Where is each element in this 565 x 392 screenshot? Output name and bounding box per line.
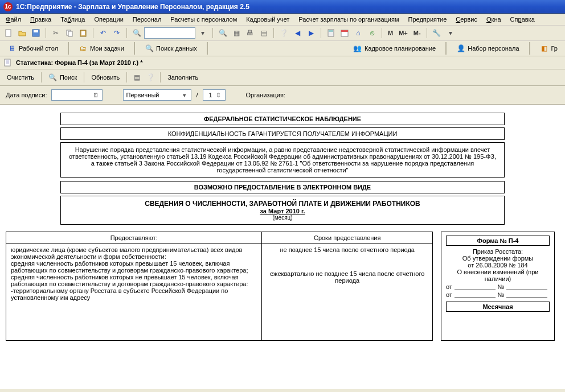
- action-extra-icon[interactable]: ▤: [130, 71, 143, 84]
- provide-table: Предоставляют: Сроки предоставления юрид…: [6, 232, 433, 341]
- menu-payroll[interactable]: Расчет зарплаты по организациям: [295, 15, 402, 24]
- back-icon[interactable]: ◀: [291, 27, 304, 39]
- menu-calc[interactable]: Расчеты с персоналом: [167, 15, 240, 24]
- form-number: Форма № П-4: [446, 236, 550, 246]
- svg-rect-0: [6, 30, 11, 36]
- menu-operations[interactable]: Операции: [91, 15, 126, 24]
- report-lower: Предоставляют: Сроки предоставления юрид…: [6, 232, 559, 341]
- report-heading-sub: (месяц): [67, 214, 498, 221]
- org-icon[interactable]: ⌂: [352, 27, 365, 39]
- correction-type-select[interactable]: Первичный ▾: [123, 89, 191, 101]
- zoom-in-icon[interactable]: 🔍: [216, 27, 229, 39]
- undo-icon[interactable]: ↶: [97, 27, 109, 39]
- doc-icon: [3, 58, 13, 67]
- menu-service[interactable]: Сервис: [452, 15, 481, 24]
- sign-date-field[interactable]: 🗓: [51, 89, 103, 101]
- col-terms-body: не позднее 15 числа после отчетного пери…: [262, 244, 433, 341]
- grid-toggle-icon[interactable]: ▦: [230, 27, 243, 39]
- menu-table[interactable]: Таблица: [57, 15, 88, 24]
- dropdown-icon[interactable]: ▾: [196, 27, 209, 39]
- tab-tasks-label: Мои задачи: [90, 45, 124, 52]
- redo-icon[interactable]: ↷: [110, 27, 123, 39]
- report-legal-note: Нарушение порядка представления статисти…: [60, 142, 505, 178]
- menu-help[interactable]: Справка: [507, 15, 538, 24]
- window-title: 1С:Предприятие - Зарплата и Управление П…: [16, 0, 249, 14]
- correction-type-value: Первичный: [126, 92, 178, 98]
- new-icon[interactable]: [2, 27, 15, 39]
- terms-para-2: ежеквартально не позднее 15 числа после …: [267, 270, 428, 284]
- refresh-button[interactable]: Обновить: [88, 73, 123, 82]
- tab-my-tasks[interactable]: 🗂 Мои задачи: [73, 42, 129, 55]
- copy-icon[interactable]: [63, 27, 76, 39]
- svg-rect-6: [81, 31, 85, 35]
- col-provide-hdr: Предоставляют:: [6, 232, 262, 244]
- quick-search-input[interactable]: [144, 27, 195, 39]
- hierarchy-icon[interactable]: ⎋: [366, 27, 378, 39]
- save-icon[interactable]: [30, 27, 42, 39]
- report-header-1: ФЕДЕРАЛЬНОЕ СТАТИСТИЧЕСКОЕ НАБЛЮДЕНИЕ: [60, 113, 505, 125]
- forward-icon[interactable]: ▶: [305, 27, 317, 39]
- report-content: ФЕДЕРАЛЬНОЕ СТАТИСТИЧЕСКОЕ НАБЛЮДЕНИЕ КО…: [0, 105, 565, 389]
- calendar-picker-icon[interactable]: 🗓: [92, 92, 100, 98]
- form-ot-row-1: от №: [446, 283, 550, 290]
- window-titlebar: 1c 1С:Предприятие - Зарплата и Управлени…: [0, 0, 565, 14]
- settings-icon[interactable]: 🔧: [431, 27, 443, 39]
- tab-recruit-label: Набор персонала: [468, 45, 519, 52]
- form-ot-row-2: от №: [446, 291, 550, 298]
- cut-icon[interactable]: ✂: [50, 27, 62, 39]
- search-button[interactable]: 🔍 Поиск: [45, 72, 80, 83]
- document-title-bar: Статистика: Форма П-4 (за Март 2010 г.) …: [0, 56, 565, 69]
- memory-mplus[interactable]: M+: [396, 30, 410, 36]
- gr-icon: ◧: [540, 44, 549, 53]
- col-provide-body: юридические лица (кроме субъектов малого…: [6, 244, 262, 341]
- desktop-icon: 🖥: [7, 44, 17, 53]
- tab-hrplan-label: Кадровое планирование: [365, 45, 436, 52]
- form-meta-block: Форма № П-4 Приказ Росстата: Об утвержде…: [441, 232, 555, 341]
- menu-windows[interactable]: Окна: [483, 15, 505, 24]
- tab-recruit[interactable]: 👤 Набор персонала: [451, 42, 524, 55]
- terms-para-1: не позднее 15 числа после отчетного пери…: [267, 246, 428, 253]
- find-icon[interactable]: 🔍: [130, 27, 143, 39]
- hr-plan-icon: 👥: [353, 44, 362, 53]
- action-help-icon[interactable]: ❔: [144, 71, 157, 84]
- report-heading: СВЕДЕНИЯ О ЧИСЛЕННОСТИ, ЗАРАБОТНОЙ ПЛАТЕ…: [60, 196, 505, 225]
- document-title: Статистика: Форма П-4 (за Март 2010 г.) …: [16, 59, 142, 66]
- report-header-2: КОНФИДЕНЦИАЛЬНОСТЬ ГАРАНТИРУЕТСЯ ПОЛУЧАТ…: [60, 127, 505, 140]
- memory-mminus[interactable]: M-: [411, 30, 423, 36]
- paste-icon[interactable]: [77, 27, 89, 39]
- form-changes: О внесении изменений (при наличии): [446, 269, 550, 282]
- calendar-icon[interactable]: [338, 27, 351, 39]
- print-icon[interactable]: 🖶: [244, 27, 256, 39]
- tab-search-label: Поиск данных: [156, 45, 197, 52]
- app-icon-1c: 1c: [3, 2, 13, 11]
- clear-button[interactable]: Очистить: [3, 73, 38, 82]
- tab-hr-plan[interactable]: 👥 Кадровое планирование: [348, 42, 441, 55]
- menu-personnel[interactable]: Персонал: [129, 15, 165, 24]
- tab-gr[interactable]: ◧ Гр: [535, 42, 563, 55]
- dropdown2-icon[interactable]: ▾: [444, 27, 457, 39]
- report-electronic: ВОЗМОЖНО ПРЕДОСТАВЛЕНИЕ В ЭЛЕКТРОННОМ ВИ…: [60, 181, 505, 193]
- menu-edit[interactable]: Правка: [27, 15, 55, 24]
- fill-button[interactable]: Заполнить: [164, 73, 202, 82]
- open-icon[interactable]: [16, 27, 28, 39]
- preview-icon[interactable]: ▤: [257, 27, 270, 39]
- memory-m[interactable]: M: [386, 30, 395, 36]
- menu-hr[interactable]: Кадровый учет: [243, 15, 293, 24]
- svg-rect-2: [34, 30, 38, 32]
- chevron-down-icon[interactable]: ▾: [181, 92, 189, 99]
- tab-desktop[interactable]: 🖥 Рабочий стол: [2, 42, 63, 55]
- form-periodicity: Месячная: [446, 302, 550, 312]
- menu-file[interactable]: Файл: [2, 15, 24, 24]
- spinner-icon[interactable]: ⇕: [215, 92, 223, 99]
- form-order: Приказ Росстата:: [446, 248, 550, 255]
- menu-enterprise[interactable]: Предприятие: [405, 15, 451, 24]
- main-menu: Файл Правка Таблица Операции Персонал Ра…: [0, 14, 565, 26]
- svg-rect-11: [5, 59, 10, 66]
- tab-search-data[interactable]: 🔍 Поиск данных: [140, 42, 202, 55]
- correction-num-field[interactable]: 1 ⇕: [203, 89, 226, 101]
- form-approval: Об утверждении формы: [446, 255, 550, 262]
- recruit-icon: 👤: [456, 44, 465, 53]
- help-icon[interactable]: ❔: [277, 27, 290, 39]
- correction-num-value: 1: [208, 92, 212, 98]
- calc-icon[interactable]: [325, 27, 337, 39]
